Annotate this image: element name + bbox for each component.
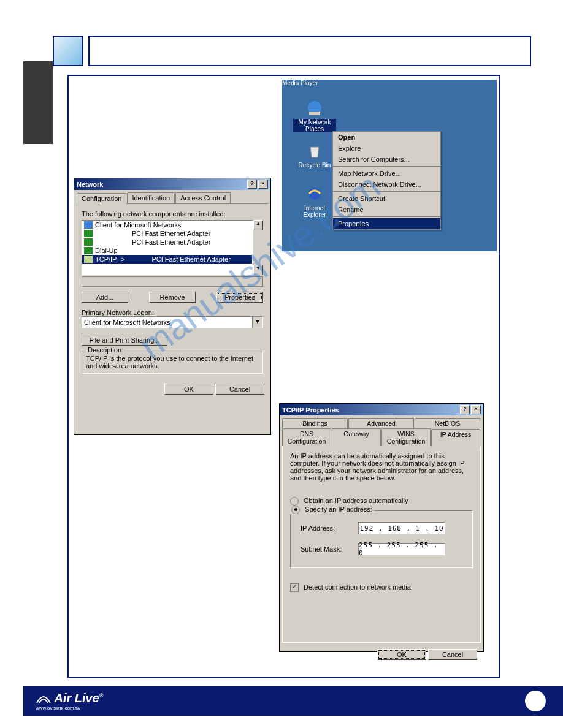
properties-button[interactable]: Properties [216, 292, 263, 303]
radio-icon [290, 497, 299, 506]
context-menu: Open Explore Search for Computers... Map… [332, 131, 441, 230]
ctx-rename[interactable]: Rename [333, 204, 440, 215]
list-item[interactable]: PCI Fast Ethernet Adapter [82, 229, 252, 238]
menu-separator [333, 216, 440, 217]
horizontal-scrollbar[interactable] [82, 276, 263, 287]
trash-icon [305, 141, 324, 161]
scroll-down-icon[interactable]: ▼ [253, 265, 263, 275]
recycle-bin-icon[interactable]: Recycle Bin [293, 141, 336, 169]
file-print-sharing-button[interactable]: File and Print Sharing... [82, 335, 167, 346]
checkbox-icon [290, 583, 299, 592]
tab-bindings[interactable]: Bindings [282, 418, 348, 428]
close-button[interactable]: × [258, 180, 268, 189]
primary-logon-dropdown[interactable]: Client for Microsoft Networks ▼ [82, 316, 263, 328]
ok-button[interactable]: OK [164, 384, 213, 395]
header-icon-box [53, 36, 83, 66]
list-item[interactable]: PCI Fast Ethernet Adapter [82, 238, 252, 246]
page-footer: Air Live® www.ovislink.com.tw [23, 686, 563, 716]
my-network-places-icon[interactable]: My Network Places [293, 98, 336, 132]
listbox-scrollbar[interactable]: ▲ ▼ [253, 220, 263, 275]
tab-ip-address[interactable]: IP Address [431, 429, 480, 447]
ip-address-label: IP Address: [301, 525, 350, 532]
tcpip-properties-dialog: TCP/IP Properties ? × Bindings Advanced … [279, 403, 484, 652]
internet-explorer-icon[interactable]: Internet Explorer [293, 184, 336, 218]
cancel-button[interactable]: Cancel [428, 649, 477, 660]
scroll-up-icon[interactable]: ▲ [253, 220, 263, 230]
ip-address-input[interactable]: 192 . 168 . 1 . 10 [358, 522, 445, 534]
globe-network-icon [305, 98, 324, 118]
primary-logon-label: Primary Network Logon: [82, 309, 263, 316]
ctx-map-drive[interactable]: Map Network Drive... [333, 168, 440, 179]
tab-advanced[interactable]: Advanced [348, 418, 414, 428]
tab-gateway[interactable]: Gateway [332, 428, 381, 446]
components-listbox[interactable]: Client for Microsoft Networks PCI Fast E… [82, 220, 253, 275]
ok-button[interactable]: OK [377, 649, 426, 660]
ctx-disconnect-drive[interactable]: Disconnect Network Drive... [333, 179, 440, 190]
ctx-properties[interactable]: Properties [333, 218, 440, 229]
tcpip-tabs: Bindings Advanced NetBIOS DNS Configurat… [282, 418, 481, 446]
wifi-icon [36, 693, 52, 705]
ip-address-panel: An IP address can be automatically assig… [282, 446, 481, 643]
desktop-screenshot: Media Player My Network Places Recycle B… [282, 80, 497, 251]
ie-icon [305, 184, 324, 203]
ctx-search[interactable]: Search for Computers... [333, 154, 440, 165]
radio-icon [291, 506, 300, 514]
network-titlebar: Network ? × [74, 178, 270, 190]
icon-label: Recycle Bin [293, 162, 336, 169]
add-button[interactable]: Add... [82, 292, 128, 303]
icon-label: Internet Explorer [293, 205, 336, 218]
media-player-label: Media Player [282, 80, 497, 86]
help-button[interactable]: ? [460, 405, 470, 414]
description-text: TCP/IP is the protocol you use to connec… [86, 355, 259, 370]
menu-separator [333, 166, 440, 167]
network-tabs: Configuration Identification Access Cont… [77, 192, 268, 204]
svg-rect-1 [309, 112, 320, 115]
tab-configuration[interactable]: Configuration [77, 193, 126, 204]
page-number-circle [525, 691, 546, 711]
installed-components-label: The following network components are ins… [82, 210, 263, 218]
tab-wins[interactable]: WINS Configuration [381, 428, 431, 446]
tab-netbios[interactable]: NetBIOS [415, 418, 480, 428]
brand-url: www.ovislink.com.tw [36, 705, 103, 711]
description-legend: Description [86, 346, 123, 354]
list-item[interactable]: Client for Microsoft Networks [82, 221, 252, 229]
side-language-tab [23, 61, 53, 144]
tab-identification[interactable]: Identification [127, 192, 175, 203]
network-dialog: Network ? × Configuration Identification… [74, 178, 271, 435]
close-button[interactable]: × [471, 405, 481, 414]
ctx-explore[interactable]: Explore [333, 143, 440, 154]
detect-connection-checkbox[interactable]: Detect connection to network media [290, 583, 473, 592]
subnet-mask-input[interactable]: 255 . 255 . 255 . 0 [358, 543, 445, 555]
cancel-button[interactable]: Cancel [215, 384, 264, 395]
tcpip-titlebar: TCP/IP Properties ? × [280, 404, 483, 415]
ctx-open[interactable]: Open [333, 132, 440, 143]
radio-auto-ip[interactable]: Obtain an IP address automatically [290, 497, 473, 506]
help-button[interactable]: ? [247, 180, 257, 189]
description-group: Description TCP/IP is the protocol you u… [82, 351, 263, 374]
ctx-shortcut[interactable]: Create Shortcut [333, 193, 440, 204]
subnet-mask-label: Subnet Mask: [301, 545, 350, 553]
list-item[interactable]: Dial-Up [82, 246, 252, 255]
dialog-title: TCP/IP Properties [282, 406, 339, 414]
specify-ip-group: Specify an IP address: IP Address: 192 .… [290, 510, 473, 568]
chevron-down-icon[interactable]: ▼ [252, 317, 262, 328]
menu-separator [333, 191, 440, 192]
header-title-box [88, 36, 531, 66]
dialog-title: Network [77, 181, 103, 188]
ip-intro-text: An IP address can be automatically assig… [290, 452, 473, 482]
remove-button[interactable]: Remove [149, 292, 196, 303]
icon-label: My Network Places [293, 119, 336, 132]
list-item-selected[interactable]: TCP/IP ->PCI Fast Ethernet Adapter [82, 255, 252, 264]
header-bar [53, 36, 531, 66]
radio-specify-ip[interactable]: Specify an IP address: [289, 506, 374, 514]
tab-access-control[interactable]: Access Control [175, 192, 231, 203]
dropdown-value: Client for Microsoft Networks [82, 319, 252, 326]
tab-dns[interactable]: DNS Configuration [282, 428, 331, 446]
config-panel: The following network components are ins… [74, 204, 270, 380]
